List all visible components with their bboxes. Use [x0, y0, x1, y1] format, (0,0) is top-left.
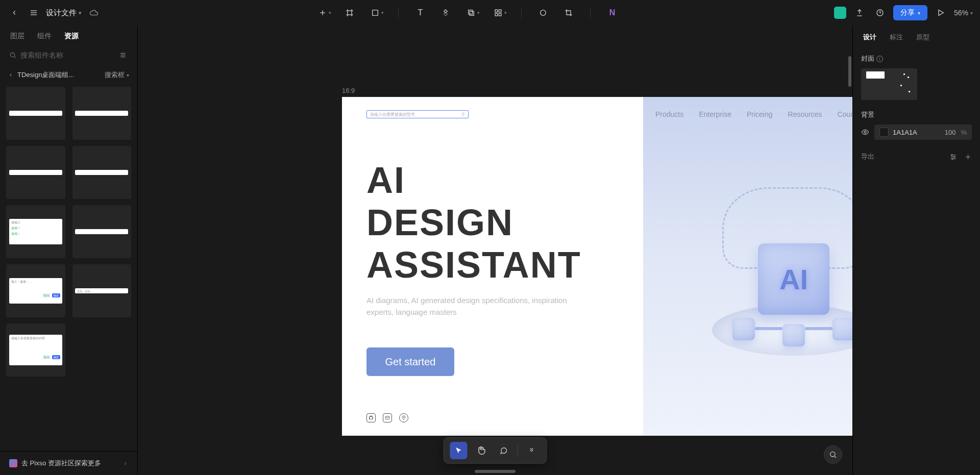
svg-point-32 [951, 154, 953, 156]
nav-resources[interactable]: Resources [788, 110, 822, 118]
component-tool-icon[interactable] [438, 6, 453, 20]
cover-label-text: 封面 [861, 54, 874, 63]
svg-point-25 [403, 417, 404, 418]
cursor-tool[interactable] [450, 442, 468, 459]
canvas[interactable]: 16:9 请输入你需要搜索的型号 ⚲ AI DESIGN ASSISTANT A… [138, 26, 852, 475]
file-title[interactable]: 设计文件 ▾ [46, 8, 82, 18]
divider [398, 7, 399, 18]
crop-tool-icon[interactable] [561, 6, 576, 20]
asset-thumb[interactable] [72, 87, 132, 140]
asset-thumb[interactable] [72, 205, 132, 258]
asset-thumb[interactable]: 输入 - 选项 - ...取消确定 [6, 264, 65, 317]
tab-assets[interactable]: 资源 [64, 32, 79, 41]
export-icon[interactable] [852, 6, 867, 20]
svg-rect-14 [495, 13, 498, 16]
divider [521, 7, 522, 18]
comment-tool[interactable] [495, 442, 512, 459]
mask-tool-icon[interactable] [536, 6, 550, 20]
boolean-tool[interactable]: ▾ [464, 6, 480, 20]
explore-community[interactable]: 去 Pixso 资源社区探索更多 [0, 451, 137, 475]
union-icon[interactable] [464, 6, 478, 20]
left-panel: 图层 组件 资源 TDesign桌面端组... 搜索框 ▾ 请输入选项一选项二 [0, 26, 138, 475]
headline: AI DESIGN ASSISTANT [366, 159, 619, 286]
tab-annotate[interactable]: 标注 [890, 33, 903, 42]
cta-button[interactable]: Get started [366, 347, 454, 376]
chevron-down-icon: ▾ [918, 10, 920, 16]
design-search-input[interactable]: 请输入你需要搜索的型号 ⚲ [366, 110, 469, 118]
back-icon[interactable] [7, 6, 21, 20]
asset-search-input[interactable] [20, 51, 114, 59]
add-export-icon[interactable] [964, 153, 972, 161]
artboard[interactable]: 请输入你需要搜索的型号 ⚲ AI DESIGN ASSISTANT AI dia… [342, 97, 852, 436]
background-section: 背景 1A1A1A 100 % [853, 105, 980, 145]
node-shape [732, 318, 755, 340]
nav-community[interactable]: Coummunity [837, 110, 852, 118]
search-icon: ⚲ [461, 112, 465, 117]
mail-icon[interactable] [383, 413, 392, 422]
asset-thumb[interactable]: 请输入选项一选项二 [6, 205, 65, 258]
share-button[interactable]: 分享 ▾ [893, 5, 927, 20]
frame-label[interactable]: 16:9 [342, 87, 355, 94]
tab-design[interactable]: 设计 [863, 33, 876, 42]
bg-color-input[interactable]: 1A1A1A 100 % [874, 124, 972, 140]
help-icon[interactable] [873, 6, 887, 20]
nav-enterprise[interactable]: Enterprise [699, 110, 731, 118]
left-panel-tabs: 图层 组件 资源 [0, 26, 137, 47]
github-icon[interactable] [366, 413, 376, 422]
link-shape [805, 327, 832, 330]
ai-tool-icon[interactable]: N [605, 6, 619, 20]
cta-label: Get started [385, 356, 436, 368]
ai-cube: AI [758, 243, 829, 315]
zoom-value: 56% [954, 9, 968, 17]
add-tool[interactable]: ▾ [315, 6, 331, 20]
location-icon[interactable] [399, 413, 408, 422]
nav-pricing[interactable]: Priceing [747, 110, 773, 118]
list-view-icon[interactable] [118, 50, 128, 60]
asset-thumb[interactable] [6, 146, 65, 199]
breadcrumb-type[interactable]: 搜索框 ▾ [105, 70, 129, 80]
frame-tool-icon[interactable] [342, 6, 357, 20]
rectangle-icon[interactable] [368, 6, 382, 20]
asset-thumb[interactable] [72, 146, 132, 199]
tab-layers[interactable]: 图层 [10, 32, 24, 41]
zoom-fab[interactable] [824, 445, 842, 464]
menu-icon[interactable] [27, 6, 41, 20]
asset-thumb[interactable] [6, 87, 65, 140]
horizontal-scrollbar[interactable] [475, 470, 516, 473]
layout-tool[interactable]: ▾ [491, 6, 507, 20]
cover-thumbnail[interactable] [861, 68, 917, 100]
breadcrumb-back[interactable]: TDesign桌面端组... [8, 70, 74, 80]
ai-cube-text: AI [779, 263, 808, 296]
more-tool[interactable] [523, 442, 541, 459]
svg-point-19 [10, 53, 14, 57]
shape-tool[interactable]: ▾ [368, 6, 384, 20]
asset-search [0, 47, 137, 63]
link-shape [755, 327, 782, 330]
nav-products[interactable]: Products [655, 110, 683, 118]
asset-grid: 请输入选项一选项二 输入 - 选项 - ...取消确定 选项 - 选项 - ..… [0, 87, 137, 451]
chevron-down-icon: ▾ [381, 10, 384, 15]
asset-thumb[interactable]: 选项 - 选项 - ... [72, 264, 132, 317]
autolayout-icon[interactable] [491, 6, 505, 20]
tab-prototype[interactable]: 原型 [916, 33, 929, 42]
right-panel-tabs: 设计 标注 原型 [853, 26, 980, 49]
text-tool-icon[interactable]: T [413, 6, 427, 20]
settings-icon[interactable] [949, 153, 957, 161]
subtext: AI diagrams, AI generated design specifi… [366, 295, 571, 318]
avatar[interactable] [834, 7, 846, 19]
tab-components[interactable]: 组件 [37, 32, 52, 41]
visibility-icon[interactable] [861, 128, 869, 136]
footer-label: 去 Pixso 资源社区探索更多 [21, 459, 101, 468]
zoom-level[interactable]: 56% ▾ [954, 9, 973, 17]
asset-thumb[interactable]: 请输入你需要搜索的内容取消确定 [6, 323, 65, 377]
chevron-down-icon: ▾ [127, 72, 129, 78]
info-icon[interactable]: i [876, 56, 883, 62]
export-label: 导出 [861, 152, 874, 161]
pct-symbol: % [961, 129, 967, 136]
vertical-scrollbar[interactable] [848, 56, 851, 87]
cloud-sync-icon[interactable] [87, 6, 101, 20]
play-icon[interactable] [934, 6, 948, 20]
plus-icon[interactable] [315, 6, 330, 20]
hand-tool[interactable] [473, 442, 490, 459]
svg-line-20 [14, 57, 16, 58]
